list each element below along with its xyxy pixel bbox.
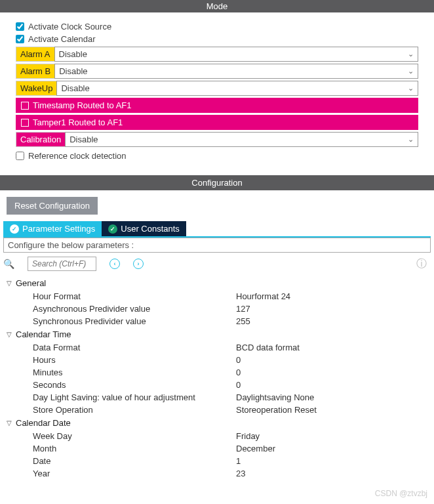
row-seconds[interactable]: Seconds0 bbox=[7, 379, 427, 391]
row-sync-predivider[interactable]: Synchronous Predivider value255 bbox=[7, 315, 427, 327]
tamper1-row: Tamper1 Routed to AF1 bbox=[16, 115, 418, 130]
value-store: Storeoperation Reset bbox=[236, 405, 317, 415]
search-icon: 🔍 bbox=[3, 259, 14, 269]
activate-clock-row: Activate Clock Source bbox=[16, 22, 418, 32]
check-icon: ✓ bbox=[10, 224, 19, 234]
row-weekday[interactable]: Week DayFriday bbox=[7, 430, 427, 442]
chevron-down-icon: ⌄ bbox=[408, 135, 414, 144]
reset-row: Reset Configuration bbox=[0, 190, 434, 221]
calibration-value: Disable bbox=[69, 135, 98, 144]
label-daylight: Day Light Saving: value of hour adjustme… bbox=[33, 392, 236, 402]
alarm-b-select[interactable]: Disable ⌄ bbox=[54, 64, 418, 79]
tab-user-constants[interactable]: ✓ User Constants bbox=[102, 221, 186, 236]
label-month: Month bbox=[33, 444, 236, 453]
label-minutes: Minutes bbox=[33, 368, 236, 377]
tabs: ✓ Parameter Settings ✓ User Constants bbox=[3, 221, 431, 238]
tab-parameter-settings[interactable]: ✓ Parameter Settings bbox=[3, 221, 102, 236]
row-hours[interactable]: Hours0 bbox=[7, 354, 427, 366]
label-store: Store Operation bbox=[33, 405, 236, 415]
label-async-predivider: Asynchronous Predivider value bbox=[33, 304, 236, 314]
row-month[interactable]: MonthDecember bbox=[7, 442, 427, 455]
value-hours: 0 bbox=[236, 355, 241, 365]
timestamp-label: Timestamp Routed to AF1 bbox=[33, 100, 132, 110]
caret-down-icon: ▽ bbox=[7, 331, 12, 338]
group-calendar-date[interactable]: ▽ Calendar Date bbox=[7, 418, 427, 428]
info-icon: ⓘ bbox=[416, 257, 427, 271]
watermark: CSDN @ztvzbj bbox=[0, 486, 434, 501]
label-seconds: Seconds bbox=[33, 380, 236, 390]
value-daylight: Daylightsaving None bbox=[236, 392, 314, 402]
activate-calendar-checkbox[interactable] bbox=[16, 35, 24, 43]
value-async-predivider: 127 bbox=[236, 304, 250, 314]
wakeup-select[interactable]: Disable ⌄ bbox=[56, 81, 418, 96]
configuration-header: Configuration bbox=[0, 175, 434, 190]
wakeup-label: WakeUp bbox=[16, 81, 56, 96]
activate-calendar-row: Activate Calendar bbox=[16, 34, 418, 44]
value-seconds: 0 bbox=[236, 380, 241, 390]
chevron-down-icon: ⌄ bbox=[408, 84, 414, 93]
calibration-select[interactable]: Disable ⌄ bbox=[65, 132, 418, 147]
alarm-a-row: Alarm A Disable ⌄ bbox=[16, 47, 418, 62]
row-hour-format[interactable]: Hour FormatHourformat 24 bbox=[7, 290, 427, 303]
value-sync-predivider: 255 bbox=[236, 316, 250, 326]
label-date: Date bbox=[33, 456, 236, 466]
alarm-a-value: Disable bbox=[59, 49, 87, 59]
group-general[interactable]: ▽ General bbox=[7, 278, 427, 288]
row-async-predivider[interactable]: Asynchronous Predivider value127 bbox=[7, 303, 427, 315]
ref-clock-checkbox[interactable] bbox=[16, 152, 24, 160]
value-data-format: BCD data format bbox=[236, 343, 300, 352]
label-year: Year bbox=[33, 469, 236, 478]
alarm-b-row: Alarm B Disable ⌄ bbox=[16, 64, 418, 79]
row-store[interactable]: Store OperationStoreoperation Reset bbox=[7, 404, 427, 416]
alarm-b-label: Alarm B bbox=[16, 64, 54, 79]
search-row: 🔍 ‹ › ⓘ bbox=[3, 257, 431, 271]
configure-hint: Configure the below parameters : bbox=[3, 238, 431, 253]
row-date[interactable]: Date1 bbox=[7, 455, 427, 467]
wakeup-value: Disable bbox=[61, 83, 89, 93]
tamper1-label: Tamper1 Routed to AF1 bbox=[33, 117, 123, 127]
value-date: 1 bbox=[236, 456, 241, 466]
row-daylight[interactable]: Day Light Saving: value of hour adjustme… bbox=[7, 391, 427, 404]
label-weekday: Week Day bbox=[33, 431, 236, 441]
chevron-down-icon: ⌄ bbox=[408, 50, 414, 58]
group-calendar-time-title: Calendar Time bbox=[16, 329, 71, 339]
alarm-a-label: Alarm A bbox=[16, 47, 54, 62]
label-hours: Hours bbox=[33, 355, 236, 365]
timestamp-row: Timestamp Routed to AF1 bbox=[16, 98, 418, 113]
alarm-a-select[interactable]: Disable ⌄ bbox=[54, 47, 418, 62]
calibration-label: Calibration bbox=[16, 132, 65, 147]
next-button[interactable]: › bbox=[133, 259, 144, 269]
value-minutes: 0 bbox=[236, 368, 241, 377]
group-general-title: General bbox=[16, 278, 46, 288]
tab-user-label: User Constants bbox=[121, 224, 180, 234]
row-year[interactable]: Year23 bbox=[7, 467, 427, 480]
activate-clock-checkbox[interactable] bbox=[16, 22, 24, 31]
label-hour-format: Hour Format bbox=[33, 291, 236, 301]
value-hour-format: Hourformat 24 bbox=[236, 291, 290, 301]
group-calendar-time[interactable]: ▽ Calendar Time bbox=[7, 329, 427, 339]
label-sync-predivider: Synchronous Predivider value bbox=[33, 316, 236, 326]
ref-clock-row: Reference clock detection bbox=[16, 151, 418, 161]
wakeup-row: WakeUp Disable ⌄ bbox=[16, 81, 418, 96]
reset-configuration-button[interactable]: Reset Configuration bbox=[7, 197, 98, 215]
activate-calendar-label: Activate Calendar bbox=[28, 34, 96, 44]
parameters-panel: ▽ General Hour FormatHourformat 24 Async… bbox=[0, 275, 434, 486]
tamper1-checkbox[interactable] bbox=[21, 119, 29, 127]
label-data-format: Data Format bbox=[33, 343, 236, 352]
prev-button[interactable]: ‹ bbox=[109, 259, 120, 269]
chevron-down-icon: ⌄ bbox=[408, 67, 414, 75]
value-weekday: Friday bbox=[236, 431, 260, 441]
mode-section: Activate Clock Source Activate Calendar … bbox=[0, 12, 434, 169]
check-icon: ✓ bbox=[108, 224, 117, 234]
tab-parameter-label: Parameter Settings bbox=[22, 224, 95, 234]
search-input[interactable] bbox=[28, 257, 96, 271]
mode-header: Mode bbox=[0, 0, 434, 12]
timestamp-checkbox[interactable] bbox=[21, 102, 29, 110]
row-minutes[interactable]: Minutes0 bbox=[7, 366, 427, 379]
value-month: December bbox=[236, 444, 275, 453]
value-year: 23 bbox=[236, 469, 245, 478]
calibration-row: Calibration Disable ⌄ bbox=[16, 132, 418, 147]
caret-down-icon: ▽ bbox=[7, 280, 12, 287]
activate-clock-label: Activate Clock Source bbox=[28, 22, 111, 32]
row-data-format[interactable]: Data FormatBCD data format bbox=[7, 341, 427, 354]
